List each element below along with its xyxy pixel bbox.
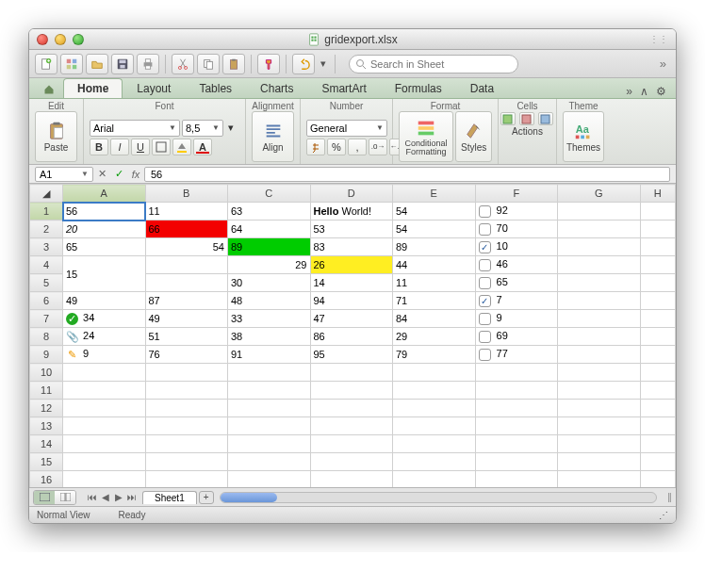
row-header-16[interactable]: 16 — [30, 471, 63, 488]
align-button[interactable]: Align — [252, 111, 294, 162]
row-header-9[interactable]: 9 — [30, 346, 63, 364]
minimize-button[interactable] — [55, 34, 66, 45]
cell-D16[interactable] — [310, 471, 393, 488]
cell-D2[interactable]: 53 — [310, 220, 393, 238]
cell-D3[interactable]: 83 — [310, 238, 393, 256]
cell-F7[interactable]: 9 — [475, 310, 558, 328]
tab-smartart[interactable]: SmartArt — [307, 78, 380, 98]
cell-E2[interactable]: 54 — [393, 220, 476, 238]
cell-D8[interactable]: 86 — [310, 328, 393, 346]
cell-B12[interactable] — [145, 400, 228, 417]
cell-D10[interactable] — [310, 364, 393, 382]
checkbox[interactable]: ✓ — [479, 295, 491, 307]
sheet-tab-1[interactable]: Sheet1 — [142, 491, 197, 504]
cell-H5[interactable] — [640, 274, 676, 292]
cell-H3[interactable] — [640, 238, 676, 256]
cell-E11[interactable] — [393, 382, 476, 400]
cell-B15[interactable] — [145, 453, 228, 471]
cell-F4[interactable]: 46 — [475, 256, 558, 274]
save-button[interactable] — [111, 54, 134, 74]
cell-A3[interactable]: 65 — [63, 238, 146, 256]
cell-H7[interactable] — [640, 310, 676, 328]
cell-F16[interactable] — [475, 471, 558, 488]
ribbon-overflow-icon[interactable]: » — [622, 85, 636, 98]
row-header-5[interactable]: 5 — [30, 274, 63, 292]
cell-B1[interactable]: 11 — [145, 203, 228, 220]
cell-G14[interactable] — [558, 435, 641, 453]
zoom-button[interactable] — [73, 34, 84, 45]
italic-button[interactable]: I — [110, 139, 129, 155]
close-button[interactable] — [37, 34, 48, 45]
delete-cells-button[interactable] — [519, 112, 534, 125]
cell-A11[interactable] — [63, 382, 146, 400]
cell-H8[interactable] — [640, 328, 676, 346]
cell-C14[interactable] — [228, 435, 311, 453]
resize-grip-icon[interactable]: ⋰ — [659, 510, 668, 520]
checkbox[interactable] — [479, 259, 491, 271]
cell-A9[interactable]: ✎ 9 — [63, 346, 146, 364]
conditional-formatting-button[interactable]: Conditional Formatting — [399, 111, 453, 162]
cell-G12[interactable] — [558, 400, 641, 417]
row-header-11[interactable]: 11 — [30, 382, 63, 400]
cell-B13[interactable] — [145, 417, 228, 435]
col-header-F[interactable]: F — [475, 185, 558, 203]
add-sheet-button[interactable]: + — [199, 491, 214, 504]
cell-B5[interactable] — [145, 274, 228, 292]
cell-D13[interactable] — [310, 417, 393, 435]
cell-G2[interactable] — [558, 220, 641, 238]
cell-D1[interactable]: Hello World! — [310, 203, 393, 220]
cell-D12[interactable] — [310, 400, 393, 417]
copy-button[interactable] — [197, 54, 220, 74]
cell-A12[interactable] — [63, 400, 146, 417]
cell-B7[interactable]: 49 — [145, 310, 228, 328]
cell-H15[interactable] — [640, 453, 676, 471]
underline-button[interactable]: U — [131, 139, 150, 155]
row-header-12[interactable]: 12 — [30, 400, 63, 417]
cell-F5[interactable]: 65 — [475, 274, 558, 292]
cell-D4[interactable]: 26 — [310, 256, 393, 274]
cell-E16[interactable] — [393, 471, 476, 488]
cell-D6[interactable]: 94 — [310, 292, 393, 310]
print-button[interactable] — [137, 54, 159, 74]
tab-next-button[interactable]: ▶ — [112, 492, 125, 502]
checkbox[interactable]: ✓ — [479, 241, 491, 253]
cell-D5[interactable]: 14 — [310, 274, 393, 292]
cell-G9[interactable] — [558, 346, 641, 364]
cell-E4[interactable]: 44 — [393, 256, 476, 274]
row-header-6[interactable]: 6 — [30, 292, 63, 310]
cell-E5[interactable]: 11 — [393, 274, 476, 292]
cell-E6[interactable]: 71 — [393, 292, 476, 310]
number-format-combo[interactable]: General▼ — [306, 120, 387, 137]
cell-C16[interactable] — [228, 471, 311, 488]
cell-G13[interactable] — [558, 417, 641, 435]
row-header-14[interactable]: 14 — [30, 435, 63, 453]
cell-C3[interactable]: 89 — [228, 238, 311, 256]
cell-E9[interactable]: 79 — [393, 346, 476, 364]
row-header-13[interactable]: 13 — [30, 417, 63, 435]
cell-H11[interactable] — [640, 382, 676, 400]
template-button[interactable] — [60, 54, 83, 74]
font-color-button[interactable]: A — [193, 139, 212, 155]
cell-B4[interactable] — [145, 256, 228, 274]
cell-G5[interactable] — [558, 274, 641, 292]
currency-button[interactable] — [306, 139, 325, 155]
cell-E15[interactable] — [393, 453, 476, 471]
cell-A2[interactable]: 20 — [63, 220, 146, 238]
search-box[interactable] — [349, 55, 518, 74]
cell-B16[interactable] — [145, 471, 228, 488]
row-header-15[interactable]: 15 — [30, 453, 63, 471]
cell-B9[interactable]: 76 — [145, 346, 228, 364]
format-cells-button[interactable] — [538, 112, 553, 125]
cell-E13[interactable] — [393, 417, 476, 435]
cell-C8[interactable]: 38 — [228, 328, 311, 346]
cell-G6[interactable] — [558, 292, 641, 310]
undo-button[interactable] — [292, 54, 315, 74]
cell-B11[interactable] — [145, 382, 228, 400]
cell-G11[interactable] — [558, 382, 641, 400]
col-header-H[interactable]: H — [640, 185, 676, 203]
font-expand-icon[interactable]: ▾ — [225, 120, 237, 137]
cell-H4[interactable] — [640, 256, 676, 274]
cell-D15[interactable] — [310, 453, 393, 471]
cut-button[interactable] — [172, 54, 194, 74]
name-box[interactable]: A1▼ — [35, 167, 93, 182]
